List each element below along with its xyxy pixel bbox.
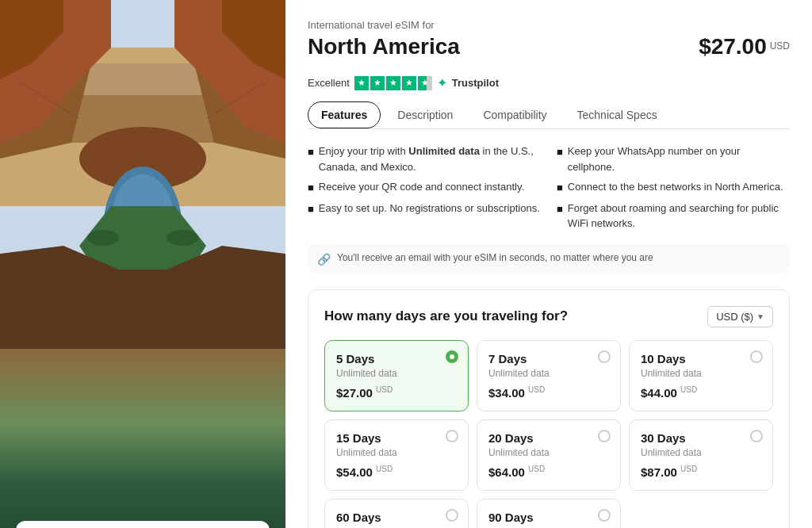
features-grid: ■ Enjoy your trip with Unlimited data in… — [308, 143, 790, 231]
bullet-4: ■ — [557, 144, 563, 174]
days-header: How many days are you traveling for? USD… — [324, 306, 773, 327]
plan-price-30days: $87.00 USD — [641, 465, 761, 479]
link-icon: 🔗 — [317, 253, 331, 266]
feature-item-1: ■ Enjoy your trip with Unlimited data in… — [308, 143, 541, 174]
currency-label: USD ($) — [716, 311, 753, 323]
plan-radio-20days — [598, 430, 611, 442]
plan-days-15days: 15 Days — [336, 431, 457, 445]
star-4: ★ — [402, 76, 416, 90]
plan-radio-5days — [446, 350, 458, 363]
plan-days-30days: 30 Days — [641, 431, 761, 445]
plan-price-15days: $54.00 USD — [336, 465, 457, 479]
trustpilot-label: Excellent — [308, 77, 350, 89]
bullet-1: ■ — [308, 144, 314, 174]
feature-text-1: Enjoy your trip with Unlimited data in t… — [319, 143, 541, 174]
trustpilot-icon: ✦ — [437, 75, 447, 90]
plan-usd-7days: USD — [528, 385, 545, 394]
feature-item-5: ■ Connect to the best networks in North … — [557, 179, 790, 196]
bullet-6: ■ — [557, 201, 563, 231]
feature-text-5: Connect to the best networks in North Am… — [568, 179, 783, 196]
plan-data-15days: Unlimited data — [336, 447, 457, 458]
feature-item-3: ■ Easy to set up. No registrations or su… — [308, 201, 541, 217]
star-1: ★ — [354, 76, 369, 90]
days-section: How many days are you traveling for? USD… — [308, 289, 790, 529]
tab-description[interactable]: Description — [384, 101, 466, 128]
feature-item-4: ■ Keep your WhatsApp number on your cell… — [557, 143, 790, 174]
currency-dropdown-arrow: ▼ — [756, 312, 764, 321]
feature-item-2: ■ Receive your QR code and connect insta… — [308, 179, 541, 196]
plan-price-10days: $44.00 USD — [641, 385, 761, 400]
price-currency: USD — [770, 40, 790, 52]
plan-data-10days: Unlimited data — [641, 368, 761, 379]
svg-point-14 — [87, 230, 119, 246]
plan-usd-5days: USD — [376, 385, 393, 394]
product-detail-panel: International travel eSIM for North Amer… — [285, 0, 812, 528]
plan-radio-7days — [598, 350, 611, 363]
plan-usd-30days: USD — [680, 465, 697, 473]
plan-data-20days: Unlimited data — [488, 447, 609, 458]
plan-card-90days[interactable]: 90 Days Unlimited data $214.00 USD — [477, 499, 621, 529]
plan-usd-20days: USD — [528, 465, 545, 473]
plan-usd-10days: USD — [680, 385, 697, 394]
price-value: $27.00 — [699, 34, 767, 59]
plan-data-30days: Unlimited data — [641, 447, 761, 458]
plan-days-5days: 5 Days — [336, 352, 457, 365]
plan-radio-15days — [446, 430, 458, 442]
feature-text-6: Forget about roaming and searching for p… — [568, 201, 790, 231]
plan-days-60days: 60 Days — [336, 511, 457, 524]
plan-price-5days: $27.00 USD — [336, 385, 457, 400]
plan-price-20days: $64.00 USD — [488, 465, 609, 479]
plan-card-30days[interactable]: 30 Days Unlimited data $87.00 USD — [629, 419, 773, 491]
plan-usd-15days: USD — [376, 465, 393, 473]
features-right-col: ■ Keep your WhatsApp number on your cell… — [557, 143, 790, 231]
star-5: ★ — [418, 76, 432, 90]
plan-radio-60days — [446, 509, 458, 522]
plan-radio-30days — [750, 430, 763, 442]
plan-radio-10days — [750, 350, 763, 363]
bullet-3: ■ — [308, 201, 314, 217]
svg-point-15 — [167, 230, 198, 246]
plan-data-7days: Unlimited data — [488, 368, 609, 379]
email-notice-text: You'll receive an email with your eSIM i… — [337, 252, 653, 263]
star-3: ★ — [386, 76, 400, 90]
plan-days-20days: 20 Days — [488, 431, 609, 445]
plan-card-7days[interactable]: 7 Days Unlimited data $34.00 USD — [477, 340, 621, 411]
hero-image-panel: +H — [0, 0, 285, 528]
tab-compatibility[interactable]: Compatibility — [469, 101, 560, 128]
product-title: North America — [308, 34, 460, 59]
days-title: How many days are you traveling for? — [324, 308, 568, 324]
plan-price-7days: $34.00 USD — [488, 385, 609, 400]
plan-card-15days[interactable]: 15 Days Unlimited data $54.00 USD — [324, 419, 469, 491]
plan-card-10days[interactable]: 10 Days Unlimited data $44.00 USD — [629, 340, 773, 411]
feature-text-3: Easy to set up. No registrations or subs… — [319, 201, 540, 217]
plan-card-20days[interactable]: 20 Days Unlimited data $64.00 USD — [477, 419, 621, 491]
main-price: $27.00 USD — [699, 34, 790, 59]
currency-selector[interactable]: USD ($) ▼ — [707, 306, 773, 327]
product-subtitle: International travel eSIM for — [308, 19, 790, 31]
plan-radio-90days — [598, 509, 611, 522]
tab-features[interactable]: Features — [308, 101, 381, 128]
plan-days-90days: 90 Days — [488, 511, 609, 524]
plans-grid: 5 Days Unlimited data $27.00 USD 7 Days … — [324, 340, 773, 529]
features-left-col: ■ Enjoy your trip with Unlimited data in… — [308, 143, 541, 231]
plan-card-5days[interactable]: 5 Days Unlimited data $27.00 USD — [324, 340, 469, 411]
trustpilot-stars: ★ ★ ★ ★ ★ — [354, 76, 432, 90]
trustpilot-section: Excellent ★ ★ ★ ★ ★ ✦ Trustpilot — [308, 75, 790, 90]
tab-technical-specs[interactable]: Technical Specs — [564, 101, 671, 128]
product-tabs: Features Description Compatibility Techn… — [308, 101, 790, 129]
bullet-2: ■ — [308, 180, 314, 196]
bullet-5: ■ — [557, 180, 563, 196]
holafly-card: +H — [16, 521, 270, 529]
trustpilot-logo: Trustpilot — [452, 77, 499, 89]
star-2: ★ — [370, 76, 385, 90]
email-notice: 🔗 You'll receive an email with your eSIM… — [308, 244, 790, 274]
plan-card-60days[interactable]: 60 Days Unlimited data $144.00 USD — [324, 499, 469, 529]
feature-item-6: ■ Forget about roaming and searching for… — [557, 201, 790, 231]
plan-days-7days: 7 Days — [488, 352, 609, 365]
plan-data-5days: Unlimited data — [336, 368, 457, 379]
plan-days-10days: 10 Days — [641, 352, 761, 365]
feature-text-4: Keep your WhatsApp number on your cellph… — [568, 143, 790, 174]
feature-text-2: Receive your QR code and connect instant… — [319, 179, 524, 196]
